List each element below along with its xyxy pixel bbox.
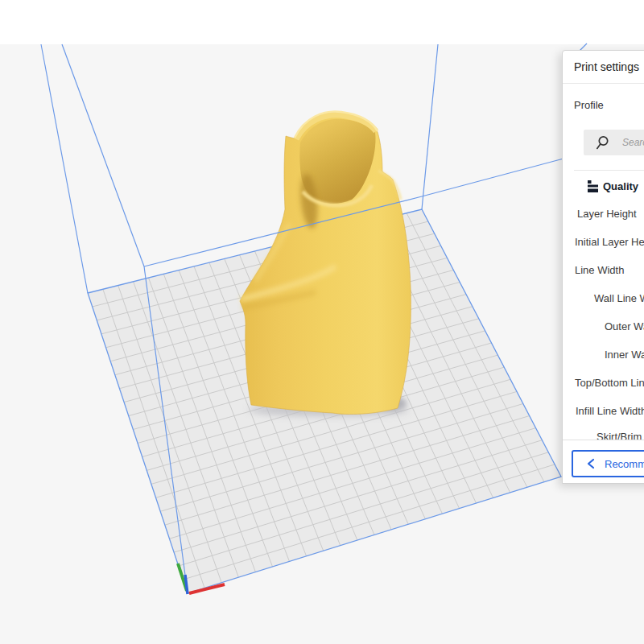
recommended-button-label: Recommended — [605, 458, 644, 470]
recommended-mode-button[interactable]: Recommended — [572, 450, 644, 477]
chevron-left-icon — [587, 458, 595, 469]
setting-row-top-bottom-line-width[interactable]: Top/Bottom Line Width — [575, 375, 644, 390]
footer-separator — [563, 440, 644, 440]
setting-row-wall-line-width[interactable]: Wall Line Width — [594, 291, 644, 305]
settings-list: Layer Height Initial Layer Height Line W… — [563, 51, 644, 440]
setting-row-layer-height[interactable]: Layer Height — [577, 206, 637, 221]
setting-row-infill-line-width[interactable]: Infill Line Width — [576, 403, 644, 418]
viewport-3d[interactable] — [0, 0, 644, 644]
print-settings-panel: Print settings Profile Quality Layer Hei… — [562, 50, 644, 484]
setting-row-outer-wall-line-width[interactable]: Outer Wall Line Width — [605, 319, 644, 333]
top-band — [0, 0, 644, 44]
setting-row-line-width[interactable]: Line Width — [575, 262, 624, 277]
setting-row-skirt-brim-line-width[interactable]: Skirt/Brim Line Width — [597, 429, 644, 440]
setting-row-initial-layer-height[interactable]: Initial Layer Height — [575, 234, 644, 249]
cura-window: Print settings Profile Quality Layer Hei… — [0, 0, 644, 644]
setting-row-inner-wall-line-width[interactable]: Inner Wall(s) Line Width — [605, 347, 644, 361]
